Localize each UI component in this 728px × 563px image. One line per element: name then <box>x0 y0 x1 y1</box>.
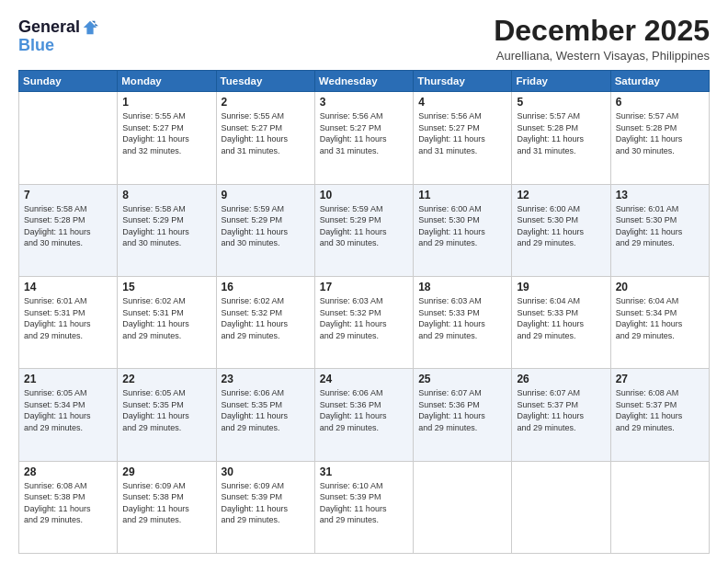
calendar-week-row: 28Sunrise: 6:08 AM Sunset: 5:38 PM Dayli… <box>19 461 710 553</box>
day-info: Sunrise: 5:56 AM Sunset: 5:27 PM Dayligh… <box>320 110 408 156</box>
day-number: 23 <box>222 373 310 385</box>
day-info: Sunrise: 6:02 AM Sunset: 5:31 PM Dayligh… <box>122 295 210 341</box>
day-info: Sunrise: 5:58 AM Sunset: 5:29 PM Dayligh… <box>122 203 210 249</box>
logo-text-line1: General <box>18 18 80 37</box>
header-saturday: Saturday <box>610 71 709 92</box>
day-info: Sunrise: 6:04 AM Sunset: 5:33 PM Dayligh… <box>517 295 605 341</box>
day-info: Sunrise: 6:07 AM Sunset: 5:36 PM Dayligh… <box>418 387 506 433</box>
table-row: 8Sunrise: 5:58 AM Sunset: 5:29 PM Daylig… <box>118 184 216 276</box>
header: General Blue December 2025 Aurelliana, W… <box>18 15 710 63</box>
day-info: Sunrise: 5:57 AM Sunset: 5:28 PM Dayligh… <box>616 110 704 156</box>
day-number: 24 <box>320 373 408 385</box>
day-number: 15 <box>122 281 210 293</box>
table-row: 29Sunrise: 6:09 AM Sunset: 5:38 PM Dayli… <box>118 461 216 553</box>
logo-icon <box>82 19 98 36</box>
day-info: Sunrise: 5:55 AM Sunset: 5:27 PM Dayligh… <box>122 110 210 156</box>
day-info: Sunrise: 6:10 AM Sunset: 5:39 PM Dayligh… <box>320 480 408 526</box>
day-number: 28 <box>24 465 112 478</box>
day-number: 22 <box>122 373 210 385</box>
day-number: 7 <box>24 189 112 201</box>
table-row: 20Sunrise: 6:04 AM Sunset: 5:34 PM Dayli… <box>610 276 709 368</box>
month-title: December 2025 <box>494 15 710 47</box>
table-row: 25Sunrise: 6:07 AM Sunset: 5:36 PM Dayli… <box>414 369 512 461</box>
day-number: 2 <box>222 96 310 109</box>
table-row: 22Sunrise: 6:05 AM Sunset: 5:35 PM Dayli… <box>118 369 216 461</box>
table-row: 9Sunrise: 5:59 AM Sunset: 5:29 PM Daylig… <box>216 184 314 276</box>
table-row: 27Sunrise: 6:08 AM Sunset: 5:37 PM Dayli… <box>610 369 709 461</box>
day-info: Sunrise: 6:06 AM Sunset: 5:35 PM Dayligh… <box>222 387 310 433</box>
table-row: 1Sunrise: 5:55 AM Sunset: 5:27 PM Daylig… <box>118 92 216 184</box>
day-info: Sunrise: 6:04 AM Sunset: 5:34 PM Dayligh… <box>616 295 704 341</box>
day-number: 9 <box>222 189 310 201</box>
day-number: 21 <box>24 373 112 385</box>
table-row: 10Sunrise: 5:59 AM Sunset: 5:29 PM Dayli… <box>314 184 413 276</box>
logo: General Blue <box>18 18 98 55</box>
day-number: 14 <box>24 281 112 293</box>
subtitle: Aurelliana, Western Visayas, Philippines <box>494 49 710 63</box>
table-row: 11Sunrise: 6:00 AM Sunset: 5:30 PM Dayli… <box>414 184 512 276</box>
day-info: Sunrise: 6:03 AM Sunset: 5:32 PM Dayligh… <box>320 295 408 341</box>
table-row <box>414 461 512 553</box>
table-row: 7Sunrise: 5:58 AM Sunset: 5:28 PM Daylig… <box>19 184 118 276</box>
day-info: Sunrise: 5:57 AM Sunset: 5:28 PM Dayligh… <box>517 110 605 156</box>
day-number: 5 <box>517 96 605 109</box>
table-row: 31Sunrise: 6:10 AM Sunset: 5:39 PM Dayli… <box>314 461 413 553</box>
table-row: 12Sunrise: 6:00 AM Sunset: 5:30 PM Dayli… <box>512 184 610 276</box>
header-wednesday: Wednesday <box>314 71 413 92</box>
calendar-week-row: 7Sunrise: 5:58 AM Sunset: 5:28 PM Daylig… <box>19 184 710 276</box>
table-row: 13Sunrise: 6:01 AM Sunset: 5:30 PM Dayli… <box>610 184 709 276</box>
table-row <box>512 461 610 553</box>
day-info: Sunrise: 6:07 AM Sunset: 5:37 PM Dayligh… <box>517 387 605 433</box>
day-info: Sunrise: 6:03 AM Sunset: 5:33 PM Dayligh… <box>418 295 506 341</box>
day-number: 19 <box>517 281 605 293</box>
day-info: Sunrise: 5:59 AM Sunset: 5:29 PM Dayligh… <box>320 203 408 249</box>
table-row: 21Sunrise: 6:05 AM Sunset: 5:34 PM Dayli… <box>19 369 118 461</box>
day-number: 16 <box>222 281 310 293</box>
table-row: 15Sunrise: 6:02 AM Sunset: 5:31 PM Dayli… <box>118 276 216 368</box>
day-number: 29 <box>122 465 210 478</box>
day-number: 10 <box>320 189 408 201</box>
day-info: Sunrise: 5:56 AM Sunset: 5:27 PM Dayligh… <box>418 110 506 156</box>
day-info: Sunrise: 6:06 AM Sunset: 5:36 PM Dayligh… <box>320 387 408 433</box>
table-row: 16Sunrise: 6:02 AM Sunset: 5:32 PM Dayli… <box>216 276 314 368</box>
calendar-week-row: 14Sunrise: 6:01 AM Sunset: 5:31 PM Dayli… <box>19 276 710 368</box>
day-number: 3 <box>320 96 408 109</box>
day-info: Sunrise: 6:08 AM Sunset: 5:37 PM Dayligh… <box>616 387 704 433</box>
header-tuesday: Tuesday <box>216 71 314 92</box>
day-number: 11 <box>418 189 506 201</box>
day-info: Sunrise: 6:08 AM Sunset: 5:38 PM Dayligh… <box>24 480 112 526</box>
table-row: 6Sunrise: 5:57 AM Sunset: 5:28 PM Daylig… <box>610 92 709 184</box>
calendar-table: Sunday Monday Tuesday Wednesday Thursday… <box>18 70 710 554</box>
weekday-header-row: Sunday Monday Tuesday Wednesday Thursday… <box>19 71 710 92</box>
table-row: 17Sunrise: 6:03 AM Sunset: 5:32 PM Dayli… <box>314 276 413 368</box>
day-info: Sunrise: 6:00 AM Sunset: 5:30 PM Dayligh… <box>517 203 605 249</box>
table-row: 24Sunrise: 6:06 AM Sunset: 5:36 PM Dayli… <box>314 369 413 461</box>
table-row <box>19 92 118 184</box>
table-row: 4Sunrise: 5:56 AM Sunset: 5:27 PM Daylig… <box>414 92 512 184</box>
table-row: 30Sunrise: 6:09 AM Sunset: 5:39 PM Dayli… <box>216 461 314 553</box>
calendar-week-row: 21Sunrise: 6:05 AM Sunset: 5:34 PM Dayli… <box>19 369 710 461</box>
day-number: 12 <box>517 189 605 201</box>
table-row: 19Sunrise: 6:04 AM Sunset: 5:33 PM Dayli… <box>512 276 610 368</box>
table-row: 3Sunrise: 5:56 AM Sunset: 5:27 PM Daylig… <box>314 92 413 184</box>
day-info: Sunrise: 6:01 AM Sunset: 5:31 PM Dayligh… <box>24 295 112 341</box>
day-number: 6 <box>616 96 704 109</box>
table-row: 5Sunrise: 5:57 AM Sunset: 5:28 PM Daylig… <box>512 92 610 184</box>
header-thursday: Thursday <box>414 71 512 92</box>
table-row: 28Sunrise: 6:08 AM Sunset: 5:38 PM Dayli… <box>19 461 118 553</box>
day-number: 18 <box>418 281 506 293</box>
day-number: 13 <box>616 189 704 201</box>
day-info: Sunrise: 6:02 AM Sunset: 5:32 PM Dayligh… <box>222 295 310 341</box>
table-row <box>610 461 709 553</box>
day-number: 27 <box>616 373 704 385</box>
day-info: Sunrise: 6:05 AM Sunset: 5:34 PM Dayligh… <box>24 387 112 433</box>
day-number: 17 <box>320 281 408 293</box>
day-info: Sunrise: 6:01 AM Sunset: 5:30 PM Dayligh… <box>616 203 704 249</box>
calendar-week-row: 1Sunrise: 5:55 AM Sunset: 5:27 PM Daylig… <box>19 92 710 184</box>
title-block: December 2025 Aurelliana, Western Visaya… <box>494 15 710 63</box>
day-number: 4 <box>418 96 506 109</box>
day-number: 8 <box>122 189 210 201</box>
day-info: Sunrise: 5:59 AM Sunset: 5:29 PM Dayligh… <box>222 203 310 249</box>
day-info: Sunrise: 6:09 AM Sunset: 5:38 PM Dayligh… <box>122 480 210 526</box>
day-info: Sunrise: 6:05 AM Sunset: 5:35 PM Dayligh… <box>122 387 210 433</box>
